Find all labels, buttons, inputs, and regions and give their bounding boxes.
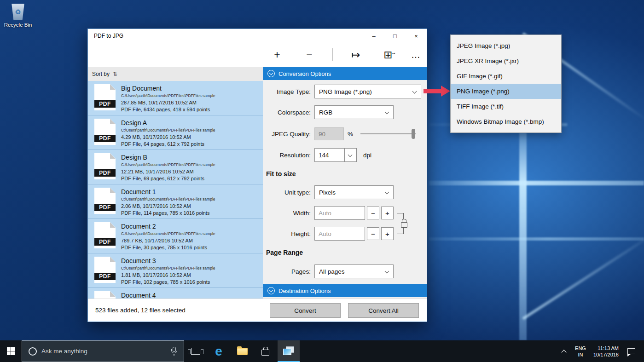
export-all-button[interactable]: ⊞ → <box>378 46 398 64</box>
image-type-value: PNG Image (*.png) <box>319 88 372 95</box>
destination-options-header[interactable]: Destination Options <box>263 284 427 297</box>
export-file-button[interactable]: ↦ <box>346 46 366 64</box>
action-center-button[interactable] <box>621 340 641 362</box>
convert-button[interactable]: Convert <box>270 303 341 318</box>
resolution-input[interactable] <box>314 148 345 162</box>
file-path: C:\Users\parth\Documents\PDFFiles\PDFFil… <box>121 128 215 132</box>
jpeg-quality-label: JPEG Quality: <box>263 131 314 138</box>
dropdown-option-jpeg-xr[interactable]: JPEG XR Image (*.jxr) <box>451 53 561 69</box>
height-increment-button[interactable]: + <box>381 227 394 240</box>
windows-logo-icon <box>7 347 15 355</box>
arrow-head-icon <box>441 86 450 97</box>
height-input[interactable] <box>314 227 365 241</box>
unit-type-dropdown[interactable]: Pixels <box>314 185 394 199</box>
height-decrement-button[interactable]: − <box>367 227 379 240</box>
file-details: PDF File, 30 pages, 785 x 1016 points <box>121 245 215 250</box>
chevron-down-icon <box>412 89 417 94</box>
list-item[interactable]: PDF Document 3 C:\Users\parth\Documents\… <box>88 253 263 288</box>
list-item[interactable]: PDF Design B C:\Users\parth\Documents\PD… <box>88 150 263 184</box>
colorspace-dropdown[interactable]: RGB <box>314 105 394 119</box>
colorspace-row: Colorspace: RGB <box>263 105 423 119</box>
pdf-file-icon: PDF <box>94 188 116 214</box>
file-details: PDF File, 102 pages, 785 x 1016 points <box>121 279 215 285</box>
pages-dropdown[interactable]: All pages <box>314 264 394 278</box>
recycle-bin-label: Recycle Bin <box>4 22 32 28</box>
recycle-bin-desktop-icon[interactable]: ♻ Recycle Bin <box>4 4 32 28</box>
image-type-open-dropdown: JPEG Image (*.jpg) JPEG XR Image (*.jxr)… <box>450 34 562 133</box>
search-input[interactable] <box>41 348 168 355</box>
edge-browser-button[interactable]: e <box>208 340 229 362</box>
pdf-file-icon: PDF <box>94 153 116 179</box>
resolution-dropdown-button[interactable] <box>345 148 357 162</box>
file-name: Document 4 <box>121 292 156 299</box>
file-size-date: 2.06 MB, 10/17/2016 10:52 AM <box>121 203 215 209</box>
page-range-heading: Page Range <box>266 249 303 256</box>
task-view-button[interactable] <box>185 340 206 362</box>
page-fold-icon <box>110 188 116 193</box>
chevron-up-icon <box>561 350 566 355</box>
file-name: Document 1 <box>121 188 215 195</box>
dropdown-option-tiff[interactable]: TIFF Image (*.tif) <box>451 99 561 114</box>
start-button[interactable] <box>0 340 22 362</box>
aspect-lock-icon[interactable] <box>400 219 407 227</box>
dropdown-option-png[interactable]: PNG Image (*.png) <box>451 84 561 99</box>
jpeg-quality-input <box>314 127 344 140</box>
unit-type-label: Unit type: <box>263 189 314 196</box>
folder-icon <box>237 348 248 355</box>
taskbar-search[interactable] <box>22 340 184 362</box>
chevron-down-icon <box>385 190 389 195</box>
jpeg-quality-slider[interactable] <box>360 127 416 140</box>
more-options-button[interactable]: … <box>406 46 426 64</box>
pdf-to-jpg-taskbar-button[interactable] <box>278 340 300 362</box>
microphone-icon[interactable] <box>171 347 177 356</box>
taskbar-clock[interactable]: 11:13 AM 10/17/2016 <box>589 340 619 362</box>
desktop-screen: ♻ Recycle Bin PDF to JPG – □ × + − ↦ ⊞ →… <box>0 0 644 362</box>
show-hidden-icons-button[interactable] <box>558 340 570 362</box>
list-item[interactable]: PDF Document 4 <box>88 288 263 299</box>
language-indicator[interactable]: ENG IN <box>572 340 589 362</box>
list-item[interactable]: PDF Document 2 C:\Users\parth\Documents\… <box>88 219 263 253</box>
store-button[interactable] <box>255 340 276 362</box>
sort-bar[interactable]: Sort by ⇅ <box>88 67 263 81</box>
list-item[interactable]: PDF Document 1 C:\Users\parth\Documents\… <box>88 184 263 219</box>
file-info: Design A C:\Users\parth\Documents\PDFFil… <box>121 119 215 149</box>
store-bag-icon <box>261 350 269 356</box>
conversion-options-header[interactable]: Conversion Options <box>263 67 427 80</box>
dropdown-option-gif[interactable]: GIF Image (*.gif) <box>451 69 561 84</box>
add-files-button[interactable]: + <box>267 46 287 64</box>
width-decrement-button[interactable]: − <box>367 207 379 219</box>
recycle-glyph: ♻ <box>15 8 21 16</box>
dropdown-option-jpeg[interactable]: JPEG Image (*.jpg) <box>451 38 561 53</box>
file-info: Big Document C:\Users\parth\Documents\PD… <box>121 84 215 115</box>
sort-by-label: Sort by <box>92 71 110 77</box>
language-code: ENG <box>575 345 586 351</box>
dropdown-option-bmp[interactable]: Windows Bitmap Image (*.bmp) <box>451 114 561 129</box>
list-item[interactable]: PDF Big Document C:\Users\parth\Document… <box>88 81 263 115</box>
percent-label: % <box>348 131 354 138</box>
conversion-options-title: Conversion Options <box>278 70 331 77</box>
minimize-button[interactable]: – <box>363 29 384 43</box>
jpeg-quality-row: JPEG Quality: % <box>263 127 423 141</box>
maximize-button[interactable]: □ <box>384 29 406 43</box>
titlebar[interactable]: PDF to JPG – □ × <box>88 29 427 43</box>
file-explorer-button[interactable] <box>232 340 253 362</box>
toolbar-separator <box>332 48 333 61</box>
page-fold-icon <box>110 84 116 90</box>
unit-type-row: Unit type: Pixels <box>263 185 423 199</box>
width-increment-button[interactable]: + <box>381 207 394 219</box>
list-item[interactable]: PDF Design A C:\Users\parth\Documents\PD… <box>88 115 263 150</box>
sort-icon: ⇅ <box>113 71 117 77</box>
file-path: C:\Users\parth\Documents\PDFFiles\PDFFil… <box>121 266 215 270</box>
wallpaper-beam <box>429 181 644 185</box>
file-details: PDF File, 6434 pages, 418 x 594 points <box>121 107 215 112</box>
image-type-label: Image Type: <box>263 88 314 95</box>
slider-thumb[interactable] <box>412 129 415 139</box>
wallpaper-beam <box>429 237 644 241</box>
remove-files-button[interactable]: − <box>299 46 319 64</box>
image-type-dropdown[interactable]: PNG Image (*.png) <box>314 85 421 98</box>
pdf-badge: PDF <box>94 100 116 108</box>
width-input[interactable] <box>314 206 365 220</box>
file-details: PDF File, 114 pages, 785 x 1016 points <box>121 210 215 216</box>
convert-all-button[interactable]: Convert All <box>348 303 419 318</box>
close-button[interactable]: × <box>406 29 427 43</box>
